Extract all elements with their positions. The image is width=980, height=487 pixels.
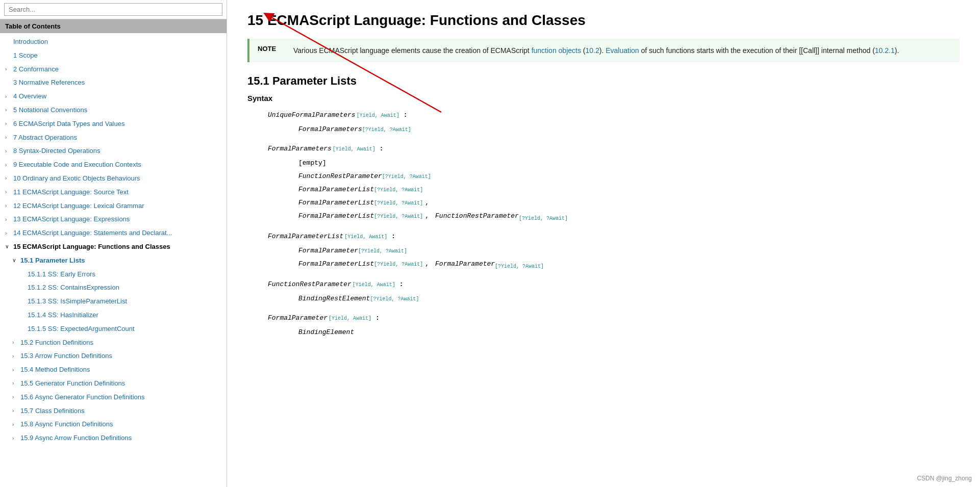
grammar-rhs-bre: BindingRestElement xyxy=(298,292,370,305)
ref-10-2-link[interactable]: 10.2 xyxy=(586,46,599,55)
toc-item-s15_9[interactable]: ›15.9 Async Arrow Function Definitions xyxy=(0,431,227,445)
grammar-rhs-fp2: FormalParameter xyxy=(435,260,495,268)
toc-item-s15_1_2[interactable]: 15.1.2 SS: ContainsExpression xyxy=(0,281,227,295)
toc-chevron-s10: › xyxy=(5,174,12,183)
toc-item-s9[interactable]: ›9 Executable Code and Execution Context… xyxy=(0,158,227,172)
toc-chevron-s15_5: › xyxy=(12,379,19,388)
grammar-colon-4: : xyxy=(399,278,404,291)
toc-item-s15_1_4[interactable]: 15.1.4 SS: HasInitializer xyxy=(0,309,227,322)
grammar-rhs-fpl2: FormalParameterList xyxy=(298,196,374,210)
toc-item-s15_1_5[interactable]: 15.1.5 SS: ExpectedArgumentCount xyxy=(0,322,227,336)
toc-label-s15_4: 15.4 Method Definitions xyxy=(20,365,90,375)
toc-chevron-s4: › xyxy=(5,93,12,101)
evaluation-link[interactable]: Evaluation xyxy=(606,46,639,55)
toc-item-s15_6[interactable]: ›15.6 Async Generator Function Definitio… xyxy=(0,391,227,404)
toc-item-s11[interactable]: ›11 ECMAScript Language: Source Text xyxy=(0,186,227,199)
toc-item-s6[interactable]: ›6 ECMAScript Data Types and Values xyxy=(0,117,227,131)
toc-chevron-s6: › xyxy=(5,120,12,128)
grammar-sub-2: [Yield, Await] xyxy=(333,144,375,155)
toc-item-s4[interactable]: ›4 Overview xyxy=(0,90,227,104)
grammar-sub-bre: [?Yield, ?Await] xyxy=(370,294,419,304)
grammar-comma-2: , xyxy=(425,210,429,223)
grammar-alt-fp: FormalParameter[?Yield, ?Await] xyxy=(298,244,960,258)
toc-item-s15_3[interactable]: ›15.3 Arrow Function Definitions xyxy=(0,349,227,363)
toc-item-s15_7[interactable]: ›15.7 Class Definitions xyxy=(0,404,227,418)
toc-label-s15_1_5: 15.1.5 SS: ExpectedArgumentCount xyxy=(28,324,135,335)
toc-item-intro[interactable]: Introduction xyxy=(0,35,227,49)
toc-label-intro: Introduction xyxy=(13,37,48,47)
toc-chevron-s15_7: › xyxy=(12,407,19,415)
toc-label-s14: 14 ECMAScript Language: Statements and D… xyxy=(13,228,172,239)
toc-chevron-s15: ∨ xyxy=(5,243,12,251)
grammar-rhs-frp2-wrap: FunctionRestParameter[?Yield, ?Await] xyxy=(435,210,568,224)
grammar-alt-bre: BindingRestElement[?Yield, ?Await] xyxy=(298,292,960,305)
grammar-comma-3: , xyxy=(425,258,429,271)
toc-item-s3[interactable]: 3 Normative References xyxy=(0,76,227,90)
grammar-alt-fpl2: FormalParameterList[?Yield, ?Await] , xyxy=(298,196,960,210)
toc-chevron-s8: › xyxy=(5,147,12,156)
grammar-production-frpdef: FunctionRestParameter[Yield, Await] : xyxy=(268,278,960,291)
toc-item-s10[interactable]: ›10 Ordinary and Exotic Objects Behaviou… xyxy=(0,172,227,186)
toc-item-s5[interactable]: ›5 Notational Conventions xyxy=(0,104,227,117)
grammar-alt-be: BindingElement xyxy=(298,326,960,339)
toc-item-s14[interactable]: ›14 ECMAScript Language: Statements and … xyxy=(0,226,227,240)
grammar-production-fpdef: FormalParameter[Yield, Await] : xyxy=(268,312,960,325)
toc-item-s13[interactable]: ›13 ECMAScript Language: Expressions xyxy=(0,213,227,226)
toc-item-s15_1_3[interactable]: 15.1.3 SS: IsSimpleParameterList xyxy=(0,295,227,309)
search-input[interactable] xyxy=(4,3,222,16)
grammar-alt-empty: [empty] xyxy=(298,157,960,170)
note-text: Various ECMAScript language elements cau… xyxy=(293,45,899,56)
toc-label-s15_1_2: 15.1.2 SS: ContainsExpression xyxy=(28,283,119,293)
grammar-alt-fplist-fp: FormalParameterList[?Yield, ?Await] , Fo… xyxy=(298,258,960,272)
toc-item-s15_1_1[interactable]: 15.1.1 SS: Early Errors xyxy=(0,268,227,281)
toc-label-s1: 1 Scope xyxy=(13,50,38,61)
toc-item-s15_8[interactable]: ›15.8 Async Function Definitions xyxy=(0,418,227,431)
toc-chevron-s15_9: › xyxy=(12,434,19,443)
toc-label-s5: 5 Notational Conventions xyxy=(13,105,87,116)
toc-label-s9: 9 Executable Code and Execution Contexts xyxy=(13,160,141,170)
grammar-alt-1: FormalParameters[?Yield, ?Await] xyxy=(298,123,960,136)
toc-label-s15_7: 15.7 Class Definitions xyxy=(20,406,85,417)
toc-item-s12[interactable]: ›12 ECMAScript Language: Lexical Grammar xyxy=(0,199,227,213)
toc-label-s15_1_3: 15.1.3 SS: IsSimpleParameterList xyxy=(28,296,127,307)
toc-chevron-s15_2: › xyxy=(12,339,19,347)
toc-chevron-s2: › xyxy=(5,65,12,73)
grammar-comma-1: , xyxy=(425,196,429,210)
toc-item-s1[interactable]: 1 Scope xyxy=(0,49,227,63)
grammar-sub-4: [Yield, Await] xyxy=(353,280,395,290)
watermark: CSDN @jing_zhong xyxy=(917,475,972,482)
toc-label-s2: 2 Conformance xyxy=(13,64,59,75)
function-objects-link[interactable]: function objects xyxy=(532,46,581,55)
toc-item-s2[interactable]: ›2 Conformance xyxy=(0,63,227,76)
toc-label-s15_9: 15.9 Async Arrow Function Definitions xyxy=(20,433,132,444)
toc-label-s15: 15 ECMAScript Language: Functions and Cl… xyxy=(13,242,170,252)
ref-10-2-1-link[interactable]: 10.2.1 xyxy=(875,46,895,55)
grammar-sub-5: [Yield, Await] xyxy=(329,314,371,324)
toc-item-s15[interactable]: ∨15 ECMAScript Language: Functions and C… xyxy=(0,240,227,254)
toc-item-s7[interactable]: ›7 Abstract Operations xyxy=(0,131,227,145)
toc-chevron-s15_1: ∨ xyxy=(12,257,19,265)
toc-label-s15_8: 15.8 Async Function Definitions xyxy=(20,419,113,430)
toc-item-s15_5[interactable]: ›15.5 Generator Function Definitions xyxy=(0,377,227,391)
toc-chevron-s15_4: › xyxy=(12,366,19,374)
toc-chevron-s11: › xyxy=(5,188,12,196)
grammar-lhs-1: UniqueFormalParameters xyxy=(268,109,356,122)
note-box: NOTE Various ECMAScript language element… xyxy=(247,39,960,62)
toc-item-s15_4[interactable]: ›15.4 Method Definitions xyxy=(0,363,227,377)
toc-label-s15_5: 15.5 Generator Function Definitions xyxy=(20,378,125,389)
toc-item-s15_2[interactable]: ›15.2 Function Definitions xyxy=(0,336,227,350)
grammar-rhs-frp: FunctionRestParameter xyxy=(298,170,382,183)
grammar-rhs-fpl1: FormalParameterList xyxy=(298,183,374,196)
toc-chevron-s12: › xyxy=(5,202,12,210)
toc-chevron-s9: › xyxy=(5,161,12,169)
toc-label-s7: 7 Abstract Operations xyxy=(13,133,77,143)
grammar-sub-fpl1: [?Yield, ?Await] xyxy=(374,185,423,195)
grammar-sub-fpl2: [?Yield, ?Await] xyxy=(374,198,423,209)
toc-header: Table of Contents xyxy=(0,19,227,33)
grammar-rhs-fp: FormalParameter xyxy=(298,244,358,258)
toc-item-s8[interactable]: ›8 Syntax-Directed Operations xyxy=(0,144,227,158)
section-15-1-title: 15.1 Parameter Lists xyxy=(247,74,960,88)
toc-item-s15_1[interactable]: ∨15.1 Parameter Lists xyxy=(0,254,227,268)
toc-chevron-s15_8: › xyxy=(12,421,19,429)
grammar-rhs-1: FormalParameters xyxy=(298,123,362,136)
